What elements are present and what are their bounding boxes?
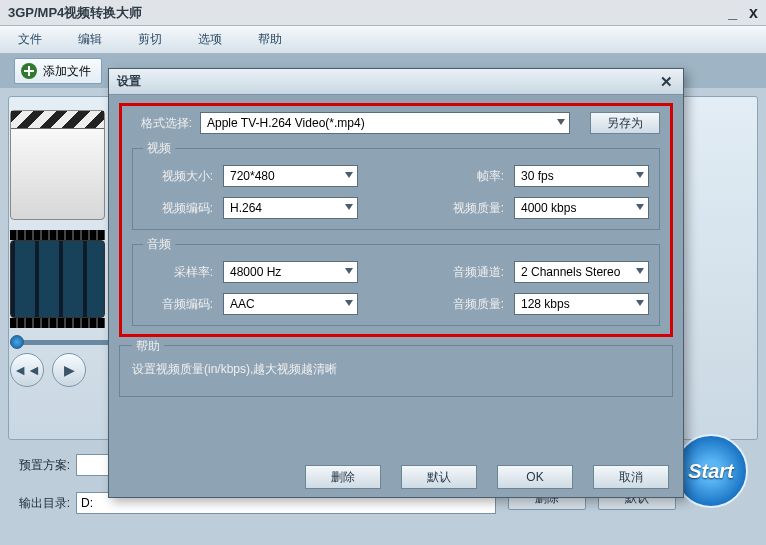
dialog-ok-button[interactable]: OK	[497, 465, 573, 489]
channels-value: 2 Channels Stereo	[521, 265, 620, 279]
dialog-cancel-button[interactable]: 取消	[593, 465, 669, 489]
menu-help[interactable]: 帮助	[258, 31, 282, 48]
video-size-combo[interactable]: 720*480	[223, 165, 358, 187]
main-titlebar: 3GP/MP4视频转换大师 _ x	[0, 0, 766, 26]
dialog-buttons: 删除 默认 OK 取消	[109, 457, 683, 497]
vquality-value: 4000 kbps	[521, 201, 576, 215]
format-label: 格式选择:	[132, 115, 192, 132]
channels-combo[interactable]: 2 Channels Stereo	[514, 261, 649, 283]
chevron-down-icon	[345, 300, 353, 306]
aquality-combo[interactable]: 128 kbps	[514, 293, 649, 315]
chevron-down-icon	[345, 204, 353, 210]
vquality-combo[interactable]: 4000 kbps	[514, 197, 649, 219]
acodec-value: AAC	[230, 297, 255, 311]
prev-button[interactable]: ◄◄	[10, 353, 44, 387]
app-title: 3GP/MP4视频转换大师	[8, 4, 142, 22]
dialog-delete-button[interactable]: 删除	[305, 465, 381, 489]
add-file-button[interactable]: 添加文件	[14, 58, 102, 84]
start-label: Start	[688, 460, 734, 483]
aquality-label: 音频质量:	[434, 296, 504, 313]
output-dir-label: 输出目录:	[12, 495, 70, 512]
menu-file[interactable]: 文件	[18, 31, 42, 48]
vcodec-label: 视频编码:	[143, 200, 213, 217]
vcodec-value: H.264	[230, 201, 262, 215]
menu-cut[interactable]: 剪切	[138, 31, 162, 48]
chevron-down-icon	[557, 119, 565, 125]
sample-label: 采样率:	[143, 264, 213, 281]
video-size-value: 720*480	[230, 169, 275, 183]
video-legend: 视频	[143, 140, 175, 157]
chevron-down-icon	[636, 172, 644, 178]
dialog-close-icon[interactable]: ✕	[657, 73, 675, 91]
preset-label: 预置方案:	[12, 457, 70, 474]
aquality-value: 128 kbps	[521, 297, 570, 311]
play-button[interactable]: ▶	[52, 353, 86, 387]
vquality-label: 视频质量:	[434, 200, 504, 217]
vcodec-combo[interactable]: H.264	[223, 197, 358, 219]
help-legend: 帮助	[132, 339, 164, 353]
highlighted-region: 格式选择: Apple TV-H.264 Video(*.mp4) 另存为 视频…	[119, 103, 673, 337]
channels-label: 音频通道:	[434, 264, 504, 281]
chevron-down-icon	[345, 268, 353, 274]
acodec-label: 音频编码:	[143, 296, 213, 313]
video-size-label: 视频大小:	[143, 168, 213, 185]
filmreel-icon	[10, 240, 105, 318]
dialog-title: 设置	[117, 73, 141, 90]
menu-edit[interactable]: 编辑	[78, 31, 102, 48]
chevron-down-icon	[636, 204, 644, 210]
menu-bar: 文件 编辑 剪切 选项 帮助	[0, 26, 766, 54]
film-thumb	[10, 110, 105, 330]
video-fieldset: 视频 视频大小: 720*480 帧率: 30 fps 视频编码: H.264 …	[132, 140, 660, 230]
settings-dialog: 设置 ✕ 格式选择: Apple TV-H.264 Video(*.mp4) 另…	[108, 68, 684, 498]
menu-options[interactable]: 选项	[198, 31, 222, 48]
clapperboard-icon	[10, 110, 105, 220]
format-combo[interactable]: Apple TV-H.264 Video(*.mp4)	[200, 112, 570, 134]
sample-value: 48000 Hz	[230, 265, 281, 279]
sample-combo[interactable]: 48000 Hz	[223, 261, 358, 283]
dialog-titlebar: 设置 ✕	[109, 69, 683, 95]
chevron-down-icon	[636, 268, 644, 274]
acodec-combo[interactable]: AAC	[223, 293, 358, 315]
help-fieldset: 帮助 设置视频质量(in/kbps),越大视频越清晰	[119, 345, 673, 397]
dialog-default-button[interactable]: 默认	[401, 465, 477, 489]
audio-legend: 音频	[143, 236, 175, 253]
help-text: 设置视频质量(in/kbps),越大视频越清晰	[132, 362, 337, 376]
window-controls: _ x	[728, 4, 758, 22]
start-button[interactable]: Start	[674, 434, 748, 508]
chevron-down-icon	[345, 172, 353, 178]
audio-fieldset: 音频 采样率: 48000 Hz 音频通道: 2 Channels Stereo…	[132, 236, 660, 326]
fps-combo[interactable]: 30 fps	[514, 165, 649, 187]
plus-icon	[21, 63, 37, 79]
format-value: Apple TV-H.264 Video(*.mp4)	[207, 116, 365, 130]
minimize-icon[interactable]: _	[728, 4, 737, 22]
chevron-down-icon	[636, 300, 644, 306]
slider-knob[interactable]	[10, 335, 24, 349]
close-icon[interactable]: x	[749, 4, 758, 22]
add-file-label: 添加文件	[43, 63, 91, 80]
fps-value: 30 fps	[521, 169, 554, 183]
fps-label: 帧率:	[434, 168, 504, 185]
save-as-button[interactable]: 另存为	[590, 112, 660, 134]
